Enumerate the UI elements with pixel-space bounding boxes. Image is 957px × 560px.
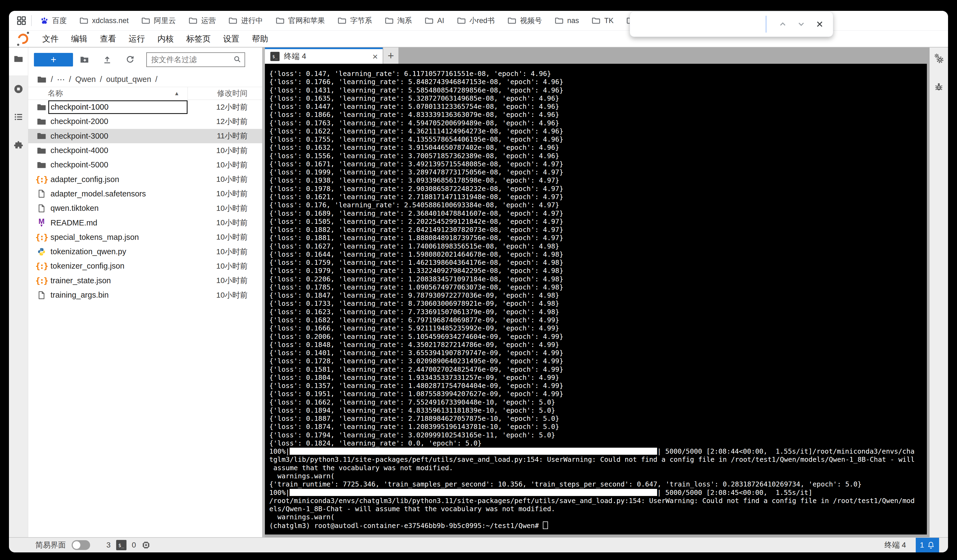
terminal-line: {'loss': 0.1874, 'learning_rate': 1.2083…	[269, 423, 927, 431]
file-row[interactable]: training_args.bin10小时前	[28, 288, 262, 302]
terminal-line: {'loss': 0.1622, 'learning_rate': 4.3621…	[269, 127, 927, 136]
json-icon: {:}	[36, 175, 47, 184]
extensions-puzzle-icon[interactable]	[13, 140, 24, 151]
bookmark-item[interactable]: TK	[591, 16, 614, 25]
refresh-button[interactable]	[122, 55, 137, 65]
bookmark-item[interactable]: 运营	[188, 16, 216, 25]
find-previous-button[interactable]	[774, 15, 792, 33]
bookmark-item[interactable]: 视频号	[507, 16, 542, 25]
terminal-icon[interactable]: $_	[116, 540, 126, 550]
file-row[interactable]: checkpoint-500010小时前	[28, 158, 262, 172]
new-folder-button[interactable]	[77, 55, 92, 65]
file-name: tokenization_qwen.py	[51, 247, 188, 256]
breadcrumb-segment[interactable]: Qwen	[75, 75, 96, 84]
find-input[interactable]	[630, 16, 766, 33]
file-modified-time: 10小时前	[188, 275, 262, 286]
file-name: qwen.tiktoken	[51, 204, 188, 213]
menu-文件[interactable]: 文件	[38, 33, 63, 44]
filter-box	[146, 52, 245, 67]
file-row[interactable]: checkpoint-400010小时前	[28, 143, 262, 158]
terminal-line: assume that the vocabulary was not modif…	[269, 464, 927, 472]
file-row[interactable]: 12小时前	[28, 100, 262, 114]
file-row[interactable]: checkpoint-300011小时前	[28, 129, 262, 143]
sort-ascending-icon[interactable]: ▲	[174, 90, 179, 96]
panel-splitter[interactable]	[262, 47, 265, 537]
bookmark-item[interactable]: nas	[554, 16, 579, 25]
terminal-line: {'loss': 0.1431, 'learning_rate': 5.5854…	[269, 86, 927, 95]
new-launcher-button[interactable]: +	[34, 53, 73, 66]
breadcrumb-segment[interactable]: /	[69, 75, 71, 84]
folder-icon	[228, 16, 237, 25]
menu-标签页[interactable]: 标签页	[182, 33, 215, 44]
breadcrumb-segment[interactable]: /	[155, 75, 158, 84]
browser-window: 百度xdclass.net阿里云运营进行中官网和苹果字节系淘系AI小red书视频…	[9, 11, 948, 552]
menu-设置[interactable]: 设置	[218, 33, 244, 44]
bookmark-item[interactable]: 官网和苹果	[275, 16, 325, 25]
bookmark-item[interactable]: AI	[425, 16, 444, 25]
terminal-line: {'loss': 0.2206, 'learning_rate': 1.2083…	[269, 275, 927, 283]
file-modified-time: 10小时前	[188, 145, 262, 156]
breadcrumb-root-folder-icon[interactable]	[37, 75, 47, 84]
file-row[interactable]: M▼README.md10小时前	[28, 215, 262, 230]
breadcrumb-segment[interactable]: output_qwen	[106, 75, 151, 84]
bookmark-item[interactable]: 字节系	[337, 16, 372, 25]
file-row[interactable]: {:}trainer_state.json10小时前	[28, 273, 262, 288]
terminals-count: 3	[106, 541, 111, 549]
simple-interface-toggle[interactable]	[72, 540, 90, 550]
file-name: special_tokens_map.json	[51, 233, 188, 242]
bookmark-item[interactable]: 进行中	[228, 16, 263, 25]
bookmark-item[interactable]: 淘系	[385, 16, 412, 25]
list-icon[interactable]	[14, 112, 23, 123]
file-row[interactable]: adapter_model.safetensors10小时前	[28, 187, 262, 201]
menu-查看[interactable]: 查看	[95, 33, 121, 44]
close-icon[interactable]	[810, 15, 829, 33]
bookmark-label: nas	[567, 17, 579, 25]
upload-button[interactable]	[99, 55, 115, 65]
bookmark-item[interactable]: 百度	[40, 16, 67, 25]
property-inspector-gears-icon[interactable]	[933, 53, 944, 65]
bookmark-item[interactable]: xdclass.net	[79, 16, 129, 25]
breadcrumb-segment[interactable]: /	[51, 75, 53, 84]
new-tab-button[interactable]: +	[383, 47, 398, 64]
file-row[interactable]: {:}special_tokens_map.json10小时前	[28, 230, 262, 245]
terminal-line: {'loss': 0.1662, 'learning_rate': 7.5524…	[269, 398, 927, 407]
file-modified-time: 10小时前	[188, 290, 262, 300]
breadcrumb-segment[interactable]: ⋯	[57, 75, 65, 84]
bookmarks-items: 百度xdclass.net阿里云运营进行中官网和苹果字节系淘系AI小red书视频…	[40, 16, 706, 25]
debugger-bug-icon[interactable]	[934, 82, 944, 93]
file-row[interactable]: {:}tokenizer_config.json10小时前	[28, 259, 262, 273]
bookmark-label: xdclass.net	[92, 17, 129, 25]
file-row[interactable]: tokenization_qwen.py10小时前	[28, 245, 262, 259]
file-row[interactable]: {:}adapter_config.json10小时前	[28, 172, 262, 186]
file-row[interactable]: checkpoint-200012小时前	[28, 114, 262, 129]
terminal-line: {'loss': 0.1785, 'learning_rate': 1.0905…	[269, 283, 927, 292]
bookmark-item[interactable]: 小red书	[457, 16, 495, 25]
file-modified-time: 12小时前	[188, 117, 262, 127]
menu-运行[interactable]: 运行	[124, 33, 150, 44]
terminal-line: {'loss': 0.1682, 'learning_rate': 6.7971…	[269, 316, 927, 324]
tab-close-icon[interactable]: ×	[373, 51, 378, 62]
menu-编辑[interactable]: 编辑	[66, 33, 92, 44]
file-row[interactable]: qwen.tiktoken10小时前	[28, 201, 262, 215]
file-browser-tab-folder-icon[interactable]	[14, 54, 23, 65]
bookmark-item[interactable]: 阿里云	[141, 16, 176, 25]
kernel-cpu-icon[interactable]	[141, 541, 151, 550]
find-next-button[interactable]	[792, 15, 810, 33]
kernels-count: 0	[132, 541, 136, 549]
tab-terminal-4[interactable]: $_ 终端 4 ×	[265, 47, 383, 64]
column-header-name[interactable]: 名称 ▲	[28, 87, 188, 99]
filter-input[interactable]	[151, 55, 233, 64]
apps-grid-icon[interactable]	[16, 15, 27, 26]
breadcrumb-segment[interactable]: /	[100, 75, 102, 84]
notifications-badge[interactable]: 1	[916, 538, 939, 552]
rename-input[interactable]	[48, 100, 188, 114]
menu-帮助[interactable]: 帮助	[247, 33, 273, 44]
terminal-line: {'loss': 0.1357, 'learning_rate': 1.4802…	[269, 382, 927, 390]
column-header-modified[interactable]: 修改时间	[188, 87, 262, 99]
menu-内核[interactable]: 内核	[153, 33, 178, 44]
file-name: tokenizer_config.json	[51, 262, 188, 270]
running-kernels-icon[interactable]	[13, 84, 24, 95]
terminal-line: {'loss': 0.1887, 'learning_rate': 2.7188…	[269, 415, 927, 423]
folder-icon	[36, 146, 47, 155]
terminal-output[interactable]: {'loss': 0.147, 'learning_rate': 6.11710…	[265, 64, 927, 535]
